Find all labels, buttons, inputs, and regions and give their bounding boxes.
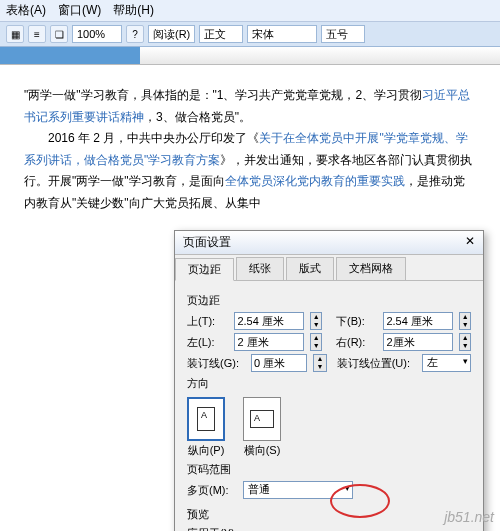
text: ，3、做合格党员"。 [144, 110, 251, 124]
spinner[interactable]: ▲▼ [313, 354, 327, 372]
right-input[interactable] [383, 333, 453, 351]
menu-window[interactable]: 窗口(W) [58, 2, 101, 19]
apply-label: 应用于(Y): [187, 526, 243, 531]
font-box[interactable]: 宋体 [247, 25, 317, 43]
portrait-label: 纵向(P) [187, 443, 225, 458]
gutter-label: 装订线(G): [187, 356, 245, 371]
tab-paper[interactable]: 纸张 [236, 257, 284, 280]
text: "两学一做"学习教育，具体指的是："1、学习共产党党章党规，2、学习贯彻 [24, 88, 422, 102]
bottom-label: 下(B): [336, 314, 377, 329]
preview-label: 预览 [187, 507, 471, 522]
dialog-tabs: 页边距 纸张 版式 文档网格 [175, 255, 483, 281]
range-label: 页码范围 [187, 462, 471, 477]
link-text: 全体党员深化党内教育的重要实践 [225, 174, 405, 188]
size-box[interactable]: 五号 [321, 25, 365, 43]
spinner[interactable]: ▲▼ [310, 333, 322, 351]
tab-margin[interactable]: 页边距 [175, 258, 234, 281]
portrait-option[interactable]: A [187, 397, 225, 441]
dialog-title: 页面设置 [183, 234, 231, 251]
help-icon[interactable]: ? [126, 25, 144, 43]
toolbar: ▦ ≡ ❏ 100% ? 阅读(R) 正文 宋体 五号 [0, 22, 500, 47]
toolbar-button[interactable]: ❏ [50, 25, 68, 43]
ruler [0, 47, 500, 65]
close-icon[interactable]: ✕ [465, 234, 475, 251]
toolbar-button[interactable]: ≡ [28, 25, 46, 43]
annotation-circle [330, 484, 390, 518]
page-setup-dialog: 页面设置 ✕ 页边距 纸张 版式 文档网格 页边距 上(T): ▲▼ 下(B):… [174, 230, 484, 531]
text: 2016 年 2 月，中共中央办公厅印发了《 [48, 131, 259, 145]
read-button[interactable]: 阅读(R) [148, 25, 195, 43]
multi-label: 多页(M): [187, 483, 237, 498]
dialog-body: 页边距 上(T): ▲▼ 下(B): ▲▼ 左(L): ▲▼ 右(R): ▲▼ … [175, 281, 483, 531]
dialog-titlebar: 页面设置 ✕ [175, 231, 483, 255]
toolbar-button[interactable]: ▦ [6, 25, 24, 43]
gutterpos-select[interactable]: 左 [422, 354, 471, 372]
style-box[interactable]: 正文 [199, 25, 243, 43]
zoom-box[interactable]: 100% [72, 25, 122, 43]
menu-table[interactable]: 表格(A) [6, 2, 46, 19]
spinner[interactable]: ▲▼ [310, 312, 322, 330]
tab-layout[interactable]: 版式 [286, 257, 334, 280]
menu-bar: 表格(A) 窗口(W) 帮助(H) [0, 0, 500, 22]
document-body[interactable]: "两学一做"学习教育，具体指的是："1、学习共产党党章党规，2、学习贯彻习近平总… [0, 65, 500, 215]
gutterpos-label: 装订线位置(U): [337, 356, 416, 371]
top-input[interactable] [234, 312, 304, 330]
right-label: 右(R): [336, 335, 377, 350]
margin-group-label: 页边距 [187, 293, 471, 308]
gutter-input[interactable] [251, 354, 307, 372]
landscape-option[interactable]: A [243, 397, 281, 441]
menu-help[interactable]: 帮助(H) [113, 2, 154, 19]
bottom-input[interactable] [383, 312, 453, 330]
watermark: jb51.net [444, 509, 494, 525]
left-label: 左(L): [187, 335, 228, 350]
tab-grid[interactable]: 文档网格 [336, 257, 406, 280]
spinner[interactable]: ▲▼ [459, 333, 471, 351]
landscape-label: 横向(S) [243, 443, 281, 458]
orient-group-label: 方向 [187, 376, 471, 391]
spinner[interactable]: ▲▼ [459, 312, 471, 330]
top-label: 上(T): [187, 314, 228, 329]
left-input[interactable] [234, 333, 304, 351]
